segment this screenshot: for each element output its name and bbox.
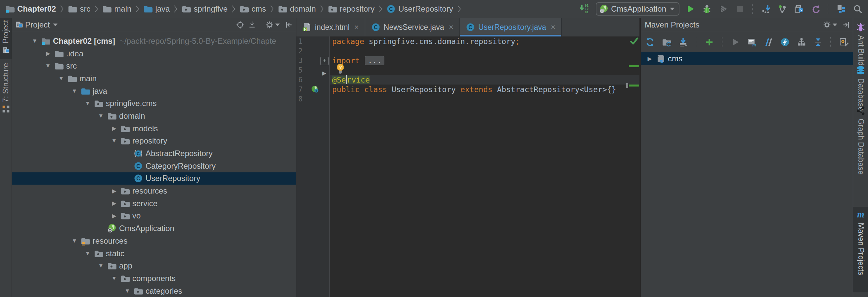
tool-window-button-project[interactable]: Project xyxy=(0,18,11,59)
tree-item-app[interactable]: ▼app xyxy=(12,260,296,272)
editor-tab-index-html[interactable]: Hindex.html× xyxy=(297,18,365,36)
breadcrumb-item-springfive[interactable]: springfive xyxy=(182,4,227,14)
settings-button[interactable] xyxy=(266,21,281,29)
run-coverage-button[interactable] xyxy=(718,3,729,15)
chevron-collapsed-icon[interactable]: ▶ xyxy=(643,55,656,62)
add-maven-project-button[interactable] xyxy=(704,36,715,48)
maven-tree-item-cms[interactable]: ▶mcms xyxy=(641,52,854,65)
breadcrumb-item-chapter02[interactable]: Chapter02 xyxy=(5,4,56,14)
tree-item-service[interactable]: ▶service xyxy=(12,197,296,210)
chevron-expanded-icon[interactable]: ▼ xyxy=(95,263,107,269)
chevron-expanded-icon[interactable]: ▼ xyxy=(82,100,94,107)
run-button[interactable] xyxy=(685,3,696,15)
tree-item-models[interactable]: ▶models xyxy=(12,122,296,135)
source-folder-icon xyxy=(143,4,153,14)
tree-item-java[interactable]: ▼java xyxy=(12,85,296,98)
breadcrumb-item-main[interactable]: main xyxy=(102,4,131,14)
offline-mode-button[interactable] xyxy=(779,36,790,48)
breadcrumb-item-domain[interactable]: domain xyxy=(278,4,316,14)
chevron-expanded-icon[interactable]: ▼ xyxy=(42,63,54,69)
stop-button[interactable] xyxy=(734,3,746,15)
maven-settings-button[interactable] xyxy=(839,36,849,48)
recent-changes-button[interactable] xyxy=(793,3,805,15)
execute-goal-button[interactable]: m xyxy=(746,36,757,48)
chevron-expanded-icon[interactable]: ▼ xyxy=(95,113,107,119)
tree-item-categoryrepository[interactable]: CCategoryRepository xyxy=(12,160,296,172)
close-tab-icon[interactable]: × xyxy=(449,23,454,32)
tool-window-button-structure[interactable]: 7: Structure xyxy=(0,61,11,113)
tree-item-resources[interactable]: ▼resources xyxy=(12,235,296,247)
tree-item-main[interactable]: ▼main xyxy=(12,72,296,85)
chevron-expanded-icon[interactable]: ▼ xyxy=(108,275,120,282)
tool-window-button-database[interactable]: Database xyxy=(853,63,868,105)
tree-item-label: resources xyxy=(93,236,127,246)
close-tab-icon[interactable]: × xyxy=(551,23,555,32)
chevron-collapsed-icon[interactable]: ▶ xyxy=(108,188,120,195)
update-running-app-button[interactable]: 011001 xyxy=(579,3,590,15)
run-configuration-select[interactable]: CmsApplication xyxy=(596,2,679,16)
tree-item-userrepository[interactable]: CUserRepository xyxy=(12,172,296,185)
chevron-collapsed-icon[interactable]: ▶ xyxy=(42,50,54,57)
project-path: ~/packt-repo/Spring-5.0-By-Example/Chapt… xyxy=(120,36,276,46)
tree-item-components[interactable]: ▼components xyxy=(12,272,296,285)
show-dependencies-button[interactable] xyxy=(796,36,807,48)
breadcrumb: Chapter02srcmainjavaspringfivecmsdomainr… xyxy=(0,0,465,18)
skip-tests-button[interactable] xyxy=(763,36,774,48)
tree-item-src[interactable]: ▼src xyxy=(12,60,296,72)
hide-panel-button[interactable] xyxy=(285,21,293,29)
download-sources-button[interactable] xyxy=(678,36,689,48)
locate-button[interactable] xyxy=(236,21,244,29)
chevron-down-icon[interactable] xyxy=(52,23,59,27)
spring-bean-icon[interactable]: c xyxy=(311,85,319,93)
search-everywhere-button[interactable] xyxy=(852,3,863,15)
chevron-collapsed-icon[interactable]: ▶ xyxy=(108,125,120,132)
tree-item-chapter02-cms-[interactable]: ▼Chapter02 [cms]~/packt-repo/Spring-5.0-… xyxy=(12,35,296,47)
breadcrumb-item-src[interactable]: src xyxy=(68,4,90,14)
chevron-expanded-icon[interactable]: ▼ xyxy=(28,38,41,45)
close-tab-icon[interactable]: × xyxy=(354,23,359,32)
debug-button[interactable] xyxy=(701,3,713,15)
chevron-collapsed-icon[interactable]: ▶ xyxy=(108,213,120,219)
run-goal-button[interactable] xyxy=(730,36,741,48)
tool-window-button-maven-projects[interactable]: mMaven Projects xyxy=(853,207,868,292)
breadcrumb-item-cms[interactable]: cms xyxy=(240,4,266,14)
editor-tab-userrepository-java[interactable]: CUserRepository.java× xyxy=(460,18,562,36)
tree-item-domain[interactable]: ▼domain xyxy=(12,110,296,122)
tree-item-categories[interactable]: ▼categories xyxy=(12,285,296,297)
generate-sources-button[interactable] xyxy=(661,36,672,48)
tree-item-static[interactable]: ▼static xyxy=(12,247,296,260)
vcs-branches-button[interactable] xyxy=(777,3,788,15)
chevron-expanded-icon[interactable]: ▼ xyxy=(55,75,67,82)
chevron-expanded-icon[interactable]: ▼ xyxy=(68,238,81,244)
project-structure-button[interactable] xyxy=(836,3,847,15)
tree-item-vo[interactable]: ▶vo xyxy=(12,210,296,222)
reimport-button[interactable] xyxy=(645,36,656,48)
tree-item-springfive.cms[interactable]: ▼springfive.cms xyxy=(12,97,296,110)
spring-boot-icon xyxy=(107,224,118,233)
chevron-expanded-icon[interactable]: ▼ xyxy=(68,88,81,94)
collapse-all-button[interactable] xyxy=(812,36,823,48)
chevron-collapsed-icon[interactable]: ▶ xyxy=(108,200,120,207)
tree-item-abstractrepository[interactable]: CAbstractRepository xyxy=(12,147,296,160)
tree-item-resources[interactable]: ▶resources xyxy=(12,185,296,197)
fold-expand-icon[interactable]: + xyxy=(320,57,329,65)
chevron-expanded-icon[interactable]: ▼ xyxy=(108,138,120,144)
update-project-button[interactable] xyxy=(760,3,771,15)
editor-tab-newsservice-java[interactable]: CNewsService.java× xyxy=(365,18,460,36)
tree-item-cmsapplication[interactable]: CmsApplication xyxy=(12,222,296,235)
breadcrumb-item-repository[interactable]: repository xyxy=(328,4,374,14)
chevron-expanded-icon[interactable]: ▼ xyxy=(82,250,94,257)
class-icon: C xyxy=(466,23,475,32)
breadcrumb-item-userrepository[interactable]: CUserRepository xyxy=(386,4,453,14)
rollback-button[interactable] xyxy=(810,3,821,15)
project-tool-window: Project ▼Chapter02 [cms]~/packt-repo/Spr… xyxy=(12,18,296,297)
code-area[interactable]: 123+5▶67c8 package springfive.cms.domain… xyxy=(297,36,640,297)
collapse-all-button[interactable] xyxy=(248,21,256,29)
breadcrumb-item-java[interactable]: java xyxy=(143,4,170,14)
maven-settings-menu-button[interactable] xyxy=(823,21,838,29)
tool-window-button-graph-database[interactable]: Graph Database xyxy=(853,103,868,206)
tree-item-.idea[interactable]: ▶.idea xyxy=(12,47,296,60)
tree-item-repository[interactable]: ▼repository xyxy=(12,135,296,147)
chevron-expanded-icon[interactable]: ▼ xyxy=(121,288,134,294)
hide-panel-button[interactable] xyxy=(842,21,850,29)
